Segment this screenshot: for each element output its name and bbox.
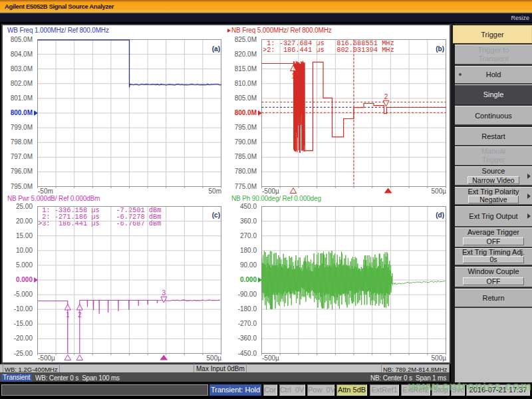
svg-text:2: 2 (384, 93, 388, 100)
svg-text:3: 3 (162, 289, 166, 297)
svg-text:1: 1 (66, 311, 70, 319)
svg-text:1: 1 (291, 72, 295, 80)
svg-text:2: 2 (78, 311, 82, 319)
